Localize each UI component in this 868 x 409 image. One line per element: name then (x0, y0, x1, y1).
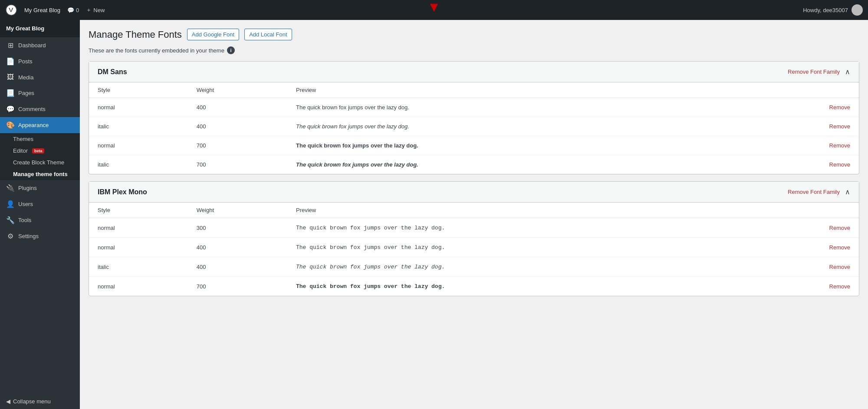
sidebar-appearance-submenu: Themes Editor beta Create Block Theme Ma… (0, 133, 80, 180)
admin-bar-site[interactable]: My Great Blog (24, 7, 60, 13)
remove-font-button[interactable]: Remove (829, 264, 850, 270)
preview-cell: The quick brown fox jumps over the lazy … (287, 238, 749, 257)
collapse-dm-sans-icon[interactable]: ∧ (845, 68, 850, 76)
weight-cell: 400 (188, 117, 287, 136)
sidebar-item-plugins[interactable]: 🔌 Plugins (0, 180, 80, 196)
remove-font-button[interactable]: Remove (829, 161, 850, 168)
pages-icon: 📃 (6, 89, 15, 97)
remove-cell: Remove (749, 117, 859, 136)
sidebar-item-manage-theme-fonts[interactable]: Manage theme fonts (0, 168, 80, 180)
preview-cell: The quick brown fox jumps over the lazy … (287, 277, 749, 296)
weight-cell: 400 (188, 98, 287, 117)
table-row: italic 400 The quick brown fox jumps ove… (89, 257, 859, 277)
font-card-header-actions-dm-sans: Remove Font Family ∧ (788, 68, 850, 76)
appearance-icon: 🎨 (6, 121, 15, 129)
remove-cell: Remove (749, 218, 859, 238)
preview-cell: The quick brown fox jumps over the lazy … (287, 98, 749, 117)
sidebar-item-themes[interactable]: Themes (0, 133, 80, 145)
sidebar-item-label: Pages (18, 90, 34, 96)
sidebar-item-media[interactable]: 🖼 Media (0, 69, 80, 85)
style-cell: normal (89, 277, 188, 296)
preview-text: The quick brown fox jumps over the lazy … (296, 161, 418, 168)
sidebar-item-create-block-theme[interactable]: Create Block Theme (0, 157, 80, 168)
sidebar-item-tools[interactable]: 🔧 Tools (0, 212, 80, 228)
remove-font-button[interactable]: Remove (829, 225, 850, 231)
sidebar-item-editor[interactable]: Editor beta (0, 145, 80, 157)
col-header-action-ibm (749, 203, 859, 218)
sidebar-item-settings[interactable]: ⚙ Settings (0, 228, 80, 244)
font-card-header-ibm-plex-mono: IBM Plex Mono Remove Font Family ∧ (89, 182, 859, 203)
collapse-menu-button[interactable]: ◀ Collapse menu (6, 398, 74, 405)
preview-cell: The quick brown fox jumps over the lazy … (287, 117, 749, 136)
preview-text: The quick brown fox jumps over the lazy … (296, 244, 445, 251)
sidebar-site-name: My Great Blog (0, 20, 80, 37)
add-google-font-button[interactable]: Add Google Font (187, 29, 239, 40)
col-header-style-dm-sans: Style (89, 82, 188, 98)
preview-text: The quick brown fox jumps over the lazy … (296, 123, 409, 130)
remove-font-button[interactable]: Remove (829, 142, 850, 149)
posts-icon: 📄 (6, 57, 15, 65)
preview-text: The quick brown fox jumps over the lazy … (296, 225, 445, 231)
style-cell: normal (89, 98, 188, 117)
style-cell: normal (89, 136, 188, 155)
font-card-header-dm-sans: DM Sans Remove Font Family ∧ (89, 62, 859, 82)
sidebar-item-label: Settings (18, 233, 39, 239)
tools-icon: 🔧 (6, 216, 15, 224)
manage-theme-fonts-label: Manage theme fonts (13, 171, 68, 177)
table-row: normal 700 The quick brown fox jumps ove… (89, 136, 859, 155)
sidebar-item-appearance[interactable]: 🎨 Appearance (0, 117, 80, 133)
plugins-icon: 🔌 (6, 184, 15, 192)
admin-bar-new[interactable]: ＋ New (86, 6, 105, 14)
sidebar-item-users[interactable]: 👤 Users (0, 196, 80, 212)
page-title: Manage Theme Fonts (89, 29, 182, 40)
remove-cell: Remove (749, 277, 859, 296)
remove-cell: Remove (749, 136, 859, 155)
font-family-name-ibm-plex-mono: IBM Plex Mono (98, 188, 147, 196)
col-header-style-ibm: Style (89, 203, 188, 218)
remove-font-button[interactable]: Remove (829, 283, 850, 290)
sidebar-item-pages[interactable]: 📃 Pages (0, 85, 80, 101)
sidebar-item-label: Users (18, 201, 33, 207)
collapse-ibm-plex-mono-icon[interactable]: ∧ (845, 188, 850, 196)
collapse-icon: ◀ (6, 398, 10, 405)
style-cell: normal (89, 218, 188, 238)
remove-font-button[interactable]: Remove (829, 104, 850, 111)
preview-cell: The quick brown fox jumps over the lazy … (287, 218, 749, 238)
font-card-header-actions-ibm-plex-mono: Remove Font Family ∧ (788, 188, 850, 196)
wp-logo-icon[interactable] (5, 4, 17, 16)
sidebar-item-comments[interactable]: 💬 Comments (0, 101, 80, 117)
weight-cell: 700 (188, 155, 287, 174)
remove-font-button[interactable]: Remove (829, 123, 850, 130)
table-row: normal 700 The quick brown fox jumps ove… (89, 277, 859, 296)
sidebar-item-dashboard[interactable]: ⊞ Dashboard (0, 37, 80, 53)
table-row: normal 400 The quick brown fox jumps ove… (89, 98, 859, 117)
sidebar-item-posts[interactable]: 📄 Posts (0, 53, 80, 69)
weight-cell: 400 (188, 257, 287, 277)
preview-text: The quick brown fox jumps over the lazy … (296, 104, 409, 111)
admin-bar-comments[interactable]: 💬 0 (67, 7, 79, 13)
comments-icon: 💬 (6, 105, 15, 113)
add-local-font-button[interactable]: Add Local Font (244, 29, 292, 40)
admin-bar-site-name: My Great Blog (24, 7, 60, 13)
preview-text: The quick brown fox jumps over the lazy … (296, 283, 445, 290)
dashboard-icon: ⊞ (6, 41, 15, 49)
sidebar-footer: ◀ Collapse menu (0, 394, 80, 409)
comment-icon: 💬 (67, 7, 74, 13)
admin-bar-right: Howdy, dee35007 (803, 4, 863, 16)
table-row: italic 700 The quick brown fox jumps ove… (89, 155, 859, 174)
remove-cell: Remove (749, 155, 859, 174)
remove-font-button[interactable]: Remove (829, 244, 850, 251)
col-header-action-dm-sans (749, 82, 859, 98)
beta-badge: beta (32, 148, 45, 154)
col-header-weight-dm-sans: Weight (188, 82, 287, 98)
howdy-text: Howdy, dee35007 (803, 7, 848, 13)
sidebar-item-label: Tools (18, 217, 31, 223)
sidebar-item-label: Dashboard (18, 42, 46, 49)
remove-family-ibm-plex-mono[interactable]: Remove Font Family (788, 189, 840, 195)
sidebar-item-label: Posts (18, 58, 33, 65)
remove-cell: Remove (749, 98, 859, 117)
sidebar: My Great Blog ⊞ Dashboard 📄 Posts 🖼 Medi… (0, 20, 80, 409)
remove-family-dm-sans[interactable]: Remove Font Family (788, 69, 840, 75)
style-cell: italic (89, 117, 188, 136)
preview-text: The quick brown fox jumps over the lazy … (296, 264, 445, 270)
